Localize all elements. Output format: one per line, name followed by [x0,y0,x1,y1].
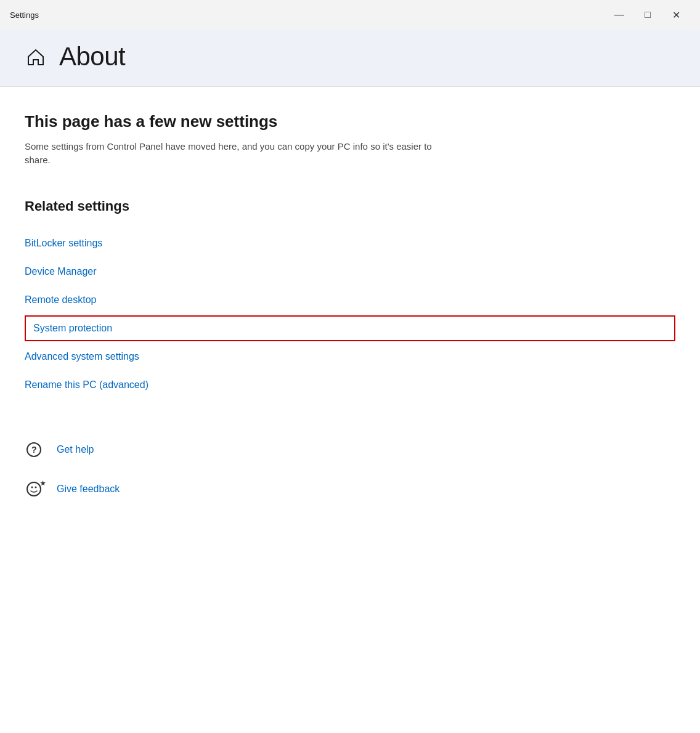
close-button[interactable]: ✕ [662,5,690,25]
get-help-link[interactable]: Get help [57,444,94,455]
window-controls: — □ ✕ [605,5,690,25]
content-area[interactable]: This page has a few new settings Some se… [0,87,700,733]
give-feedback-item: ★ Give feedback [25,469,675,509]
page-title: About [59,42,125,71]
title-bar: Settings — □ ✕ [0,0,700,30]
remote-desktop-link[interactable]: Remote desktop [25,286,675,314]
notice-body: Some settings from Control Panel have mo… [25,140,456,168]
settings-links-list: BitLocker settings Device Manager Remote… [25,229,675,399]
give-feedback-link[interactable]: Give feedback [57,484,120,495]
advanced-system-settings-link[interactable]: Advanced system settings [25,342,675,371]
system-protection-link[interactable]: System protection [25,315,675,341]
bitlocker-settings-link[interactable]: BitLocker settings [25,229,675,257]
related-settings-heading: Related settings [25,198,675,214]
svg-text:?: ? [31,445,37,455]
get-help-item: ? Get help [25,430,675,469]
svg-text:★: ★ [40,480,46,487]
page-header: About [0,30,700,87]
related-settings-section: Related settings BitLocker settings Devi… [25,198,675,399]
svg-point-4 [35,486,37,488]
home-icon [25,46,47,68]
svg-point-2 [27,482,41,496]
maximize-button[interactable]: □ [633,5,662,25]
device-manager-link[interactable]: Device Manager [25,257,675,286]
feedback-icon: ★ [25,478,47,500]
settings-window: Settings — □ ✕ About This page has a few… [0,0,700,733]
help-section: ? Get help ★ Give feedback [25,430,675,509]
notice-section: This page has a few new settings Some se… [25,111,675,168]
svg-point-3 [31,486,33,488]
notice-heading: This page has a few new settings [25,111,675,132]
window-title: Settings [10,10,39,20]
minimize-button[interactable]: — [605,5,633,25]
help-bubble-icon: ? [25,439,47,461]
rename-pc-link[interactable]: Rename this PC (advanced) [25,371,675,399]
